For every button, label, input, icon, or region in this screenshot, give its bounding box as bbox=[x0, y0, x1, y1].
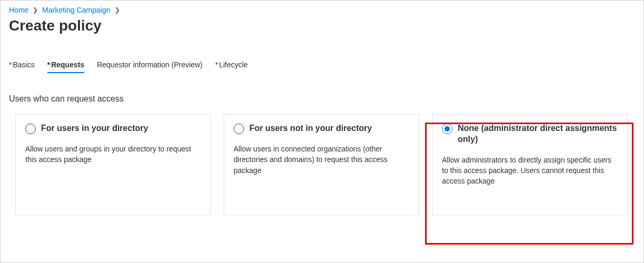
option-description: Allow users and groups in your directory… bbox=[25, 144, 201, 165]
option-card-users-in-directory[interactable]: For users in your directory Allow users … bbox=[15, 114, 211, 215]
section-label: Users who can request access bbox=[9, 94, 635, 104]
page-title: Create policy bbox=[9, 17, 635, 34]
tab-basics[interactable]: *Basics bbox=[9, 60, 35, 73]
tab-requests[interactable]: *Requests bbox=[47, 60, 84, 73]
tab-label: Requests bbox=[51, 60, 84, 69]
tabs: *Basics *Requests Requestor information … bbox=[9, 60, 635, 73]
option-cards: For users in your directory Allow users … bbox=[9, 114, 635, 215]
tab-lifecycle[interactable]: *Lifecycle bbox=[215, 60, 248, 73]
tab-label: Basics bbox=[13, 60, 34, 69]
tab-label: Requestor information (Preview) bbox=[97, 60, 203, 69]
chevron-right-icon: ❯ bbox=[115, 6, 120, 14]
option-title: None (administrator direct assignments o… bbox=[458, 123, 618, 145]
required-asterisk: * bbox=[9, 60, 12, 69]
tab-requestor-information[interactable]: Requestor information (Preview) bbox=[97, 60, 203, 73]
required-asterisk: * bbox=[215, 60, 218, 69]
required-asterisk: * bbox=[47, 60, 50, 69]
option-card-users-not-in-directory[interactable]: For users not in your directory Allow us… bbox=[224, 114, 419, 215]
chevron-right-icon: ❯ bbox=[33, 6, 38, 14]
tab-label: Lifecycle bbox=[219, 60, 247, 69]
breadcrumb: Home ❯ Marketing Campaign ❯ bbox=[9, 6, 635, 14]
option-title: For users not in your directory bbox=[249, 123, 372, 134]
radio-icon bbox=[25, 124, 36, 134]
option-card-none-admin-direct[interactable]: None (administrator direct assignments o… bbox=[432, 114, 628, 215]
breadcrumb-link-marketing-campaign[interactable]: Marketing Campaign bbox=[42, 6, 110, 14]
radio-icon bbox=[234, 124, 244, 134]
option-title: For users in your directory bbox=[41, 123, 148, 134]
option-description: Allow administrators to directly assign … bbox=[442, 155, 618, 187]
breadcrumb-link-home[interactable]: Home bbox=[9, 6, 28, 14]
option-description: Allow users in connected organizations (… bbox=[234, 144, 409, 176]
radio-icon bbox=[442, 124, 452, 134]
